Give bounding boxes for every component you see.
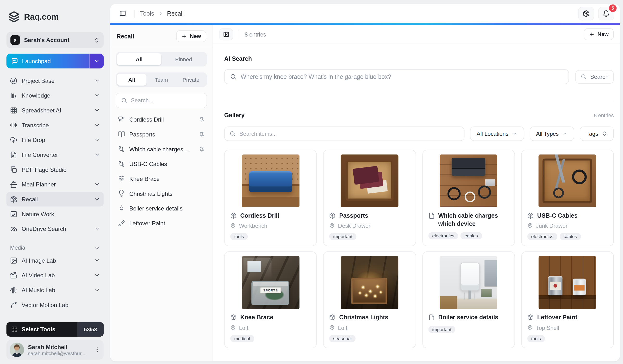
tag-chip: tools: [230, 233, 248, 240]
tab-private[interactable]: Private: [176, 74, 206, 86]
card-title: Christmas Lights: [339, 314, 388, 322]
kebab-menu-icon[interactable]: [94, 347, 100, 353]
card-photo-lights: [341, 256, 398, 309]
audio-waveform-icon: [10, 286, 17, 294]
gallery-grid: Cordless Drill Workbench tools Passports: [224, 150, 614, 348]
sidebar: Raq.com s Sarah's Account Launchpad Proj…: [0, 0, 110, 364]
chevron-down-icon: [94, 181, 100, 187]
chevron-down-icon: [94, 272, 100, 278]
account-switcher[interactable]: s Sarah's Account: [6, 32, 104, 48]
gallery-search-input[interactable]: [239, 130, 459, 137]
recall-item-leftover-paint[interactable]: Leftover Paint: [116, 216, 207, 231]
divider: [239, 30, 239, 38]
gallery-search[interactable]: [224, 126, 465, 141]
file-icon: [428, 314, 435, 321]
avatar: [10, 343, 24, 357]
tag-chip: tools: [527, 335, 545, 342]
launchpad-expand-button[interactable]: [89, 54, 104, 68]
card-photo-boiler: [440, 256, 497, 309]
recall-item-usb-c-cables[interactable]: USB-C Cables: [116, 156, 207, 171]
launchpad-button[interactable]: Launchpad: [6, 54, 104, 68]
filter-all-types[interactable]: All Types: [530, 126, 575, 141]
recall-item-cordless-drill[interactable]: Cordless Drill: [116, 112, 207, 127]
user-name: Sarah Mitchell: [28, 344, 90, 350]
recall-search-input[interactable]: [131, 97, 202, 104]
collapse-panel-button[interactable]: [220, 28, 233, 40]
notifications-button[interactable]: 5: [598, 6, 614, 20]
table-icon: [10, 107, 17, 114]
gallery-card-usb-c-cables[interactable]: USB-C Cables Junk Drawer electronicscabl…: [521, 150, 614, 246]
recall-item-knee-brace[interactable]: Knee Brace: [116, 171, 207, 186]
sidebar-item-transcribe[interactable]: Transcribe: [6, 118, 104, 133]
tab-all[interactable]: All: [117, 53, 161, 65]
plus-icon: [589, 31, 595, 37]
recall-item-which-cable-charges-whi[interactable]: Which cable charges whi...: [116, 142, 207, 157]
tab-all[interactable]: All: [117, 74, 146, 86]
filter-tags[interactable]: Tags: [580, 126, 614, 141]
sidebar-item-meal-planner[interactable]: Meal Planner: [6, 177, 104, 192]
sidebar-toggle-button[interactable]: [117, 7, 129, 20]
tab-team[interactable]: Team: [147, 74, 176, 86]
entries-count: 8 entries: [245, 31, 266, 38]
tag-chip: electronics: [428, 232, 458, 239]
sidebar-item-recall[interactable]: Recall: [6, 192, 104, 207]
chevron-down-icon: [94, 107, 100, 113]
ai-search-title: AI Search: [224, 55, 614, 62]
recall-item-christmas-lights[interactable]: Christmas Lights: [116, 186, 207, 201]
select-tools-button[interactable]: Select Tools 53/53: [6, 322, 104, 337]
flame-icon: [118, 205, 125, 212]
package-search-icon: [10, 195, 17, 203]
recall-search[interactable]: [116, 93, 207, 108]
gallery-card-christmas-lights[interactable]: Christmas Lights Loft seasonal: [323, 252, 416, 348]
sidebar-item-ai-music-lab[interactable]: AI Music Lab: [6, 282, 104, 298]
recall-item-list: Cordless Drill Passports Which cable cha…: [116, 112, 207, 230]
sidebar-item-ai-image-lab[interactable]: AI Image Lab: [6, 253, 104, 268]
card-title: Leftover Paint: [537, 314, 577, 322]
recall-item-passports[interactable]: Passports: [116, 127, 207, 142]
tab-pinned[interactable]: Pinned: [161, 53, 206, 65]
gallery-card-boiler-service-details[interactable]: Boiler service details important: [422, 252, 515, 348]
sidebar-item-pdf-page-studio[interactable]: PDF Page Studio: [6, 162, 104, 177]
tag-chip: electronics: [527, 233, 557, 240]
chevron-down-icon: [94, 287, 100, 293]
gallery-card-knee-brace[interactable]: SPORTS Knee Brace Loft medical: [224, 252, 317, 348]
media-section-header[interactable]: Media: [6, 242, 104, 253]
card-photo-passports: [341, 154, 398, 207]
sidebar-item-project-base[interactable]: Project Base: [6, 73, 104, 88]
topbar: Tools Recall 5: [110, 4, 620, 23]
gallery-new-button[interactable]: New: [584, 28, 614, 40]
sidebar-item-file-drop[interactable]: File Drop: [6, 132, 104, 147]
recall-item-boiler-service-details[interactable]: Boiler service details: [116, 201, 207, 216]
sidebar-item-nature-work[interactable]: Nature Work: [6, 207, 104, 221]
package-search-button[interactable]: [578, 6, 594, 20]
recall-new-button[interactable]: New: [176, 30, 206, 42]
sidebar-item-onedrive-search[interactable]: OneDrive Search: [6, 221, 104, 236]
sidebar-item-file-converter[interactable]: File Converter: [6, 147, 104, 162]
user-card[interactable]: Sarah Mitchell sarah.mitchell@westbur...: [6, 340, 104, 360]
sidebar-item-ai-video-lab[interactable]: AI Video Lab: [6, 268, 104, 282]
sidebar-item-spreadsheet-ai[interactable]: Spreadsheet AI: [6, 103, 104, 118]
compass-icon: [10, 77, 17, 84]
ai-search-input[interactable]: [241, 73, 563, 80]
notification-badge: 5: [609, 4, 617, 12]
panel-left-close-icon: [223, 31, 229, 38]
sidebar-item-knowledge[interactable]: Knowledge: [6, 88, 104, 103]
heart-pulse-icon: [118, 175, 125, 182]
breadcrumb-tools[interactable]: Tools: [140, 10, 154, 17]
chevron-down-icon: [94, 226, 100, 232]
brand-logo-icon: [8, 11, 20, 23]
ai-search-box[interactable]: [224, 69, 569, 84]
filter-all-locations[interactable]: All Locations: [470, 126, 524, 141]
gallery-card-which-cable-charges-which-device[interactable]: Which cable charges which device electro…: [422, 150, 515, 246]
tag-chip: seasonal: [329, 335, 356, 342]
gallery-card-cordless-drill[interactable]: Cordless Drill Workbench tools: [224, 150, 317, 246]
package-icon: [329, 314, 336, 321]
gallery-card-passports[interactable]: Passports Desk Drawer important: [323, 150, 416, 246]
recall-panel-title: Recall: [117, 33, 134, 40]
ai-search-button[interactable]: Search: [576, 70, 614, 84]
sidebar-item-vector-motion-lab[interactable]: Vector Motion Lab: [6, 298, 104, 312]
clapperboard-icon: [10, 272, 17, 279]
card-title: Cordless Drill: [240, 212, 279, 220]
gallery-card-leftover-paint[interactable]: Leftover Paint Top Shelf tools: [521, 252, 614, 348]
plus-icon: [181, 33, 187, 39]
